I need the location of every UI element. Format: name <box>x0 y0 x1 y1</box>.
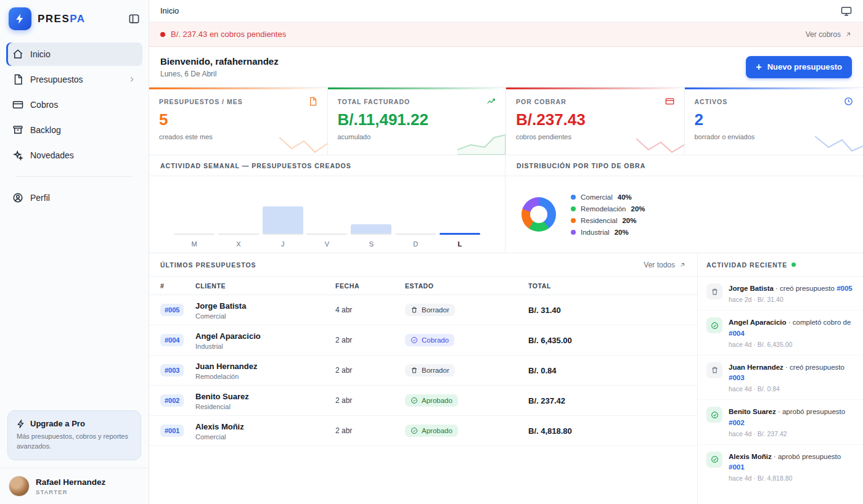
sparkline <box>815 132 863 155</box>
activity-meta: hace 4d · B/. 4,818.80 <box>729 474 854 482</box>
sidebar-item-cobros[interactable]: Cobros <box>6 93 142 116</box>
sidebar-divider <box>16 176 133 177</box>
app-root: PRESPA Inicio Presupuestos Cobros <box>0 0 863 504</box>
display-icon[interactable] <box>841 6 852 17</box>
budget-ref-link[interactable]: #003 <box>729 374 745 381</box>
avatar <box>9 476 30 497</box>
ver-cobros-label: Ver cobros <box>806 30 841 39</box>
bar-column: V <box>306 186 347 248</box>
client-type: Comercial <box>195 312 335 320</box>
table-row[interactable]: #003 Juan HernandezRemodelación 2 abr Bo… <box>149 356 697 386</box>
sidebar-item-label: Novedades <box>30 150 74 160</box>
sparkline <box>457 132 505 155</box>
budget-date: 4 abr <box>335 306 405 314</box>
col-header-total: TOTAL <box>528 282 686 290</box>
stat-label: ACTIVOS <box>695 98 728 105</box>
sidebar-item-novedades[interactable]: Novedades <box>6 144 142 167</box>
brand-logo <box>9 7 31 30</box>
draft-icon <box>706 283 722 299</box>
check-circle-icon <box>411 336 418 344</box>
weekly-activity-title: ACTIVIDAD SEMANAL — PRESUPUESTOS CREADOS <box>149 155 505 176</box>
table-header-row: # CLIENTE FECHA ESTADO TOTAL <box>149 277 697 295</box>
legend-dot-icon <box>571 230 576 235</box>
sidebar-item-perfil[interactable]: Perfil <box>6 186 142 209</box>
activity-item: Angel Aparacicio · completó cobro de #00… <box>698 311 863 356</box>
user-plan-badge: STARTER <box>36 489 105 495</box>
col-header-fecha: FECHA <box>335 282 405 290</box>
stat-value: B/.11,491.22 <box>338 110 496 129</box>
alert-dot-icon <box>160 32 165 37</box>
budget-id-badge: #004 <box>160 334 184 346</box>
sidebar: PRESPA Inicio Presupuestos Cobros <box>0 0 149 504</box>
legend-dot-icon <box>571 206 576 211</box>
chevron-right-icon <box>128 75 136 84</box>
plus-icon: + <box>756 62 761 72</box>
budget-id-badge: #005 <box>160 304 184 316</box>
topbar: Inicio <box>149 0 863 22</box>
nuevo-presupuesto-button[interactable]: + Nuevo presupuesto <box>746 56 852 78</box>
sidebar-bottom: Upgrade a Pro Más presupuestos, cobros y… <box>0 403 149 468</box>
budget-id-badge: #003 <box>160 364 184 376</box>
client-name: Alexis Moñiz <box>195 422 244 431</box>
sparkline <box>279 132 327 155</box>
col-header-estado: ESTADO <box>405 282 528 290</box>
budget-total: B/. 6,435.00 <box>528 336 686 345</box>
activity-item: Juan Hernandez · creó presupuesto #003 h… <box>698 356 863 400</box>
sidebar-item-presupuestos[interactable]: Presupuestos <box>6 68 142 91</box>
sidebar-item-backlog[interactable]: Backlog <box>6 118 142 142</box>
budget-ref-link[interactable]: #004 <box>729 330 745 337</box>
sidebar-collapse-button[interactable] <box>128 13 140 25</box>
breadcrumb: Inicio <box>160 6 179 15</box>
latest-budgets-title: ÚLTIMOS PRESUPUESTOS <box>160 261 256 269</box>
activity-item: Alexis Moñiz · aprobó presupuesto #001 h… <box>698 445 863 489</box>
table-row[interactable]: #001 Alexis MoñizComercial 2 abr Aprobad… <box>149 416 697 446</box>
table-row[interactable]: #004 Angel AparacicioIndustrial 2 abr Co… <box>149 325 697 356</box>
budget-ref-link[interactable]: #005 <box>836 285 853 292</box>
stat-value: B/.237.43 <box>516 110 674 129</box>
check-circle-icon <box>706 452 722 468</box>
home-icon <box>12 49 23 60</box>
stat-label: TOTAL FACTURADO <box>338 98 411 105</box>
ver-cobros-link[interactable]: Ver cobros <box>806 30 852 39</box>
status-badge: Cobrado <box>405 334 454 346</box>
trending-up-icon <box>486 97 496 106</box>
check-circle-icon <box>411 397 418 404</box>
recent-activity-title: ACTIVIDAD RECIENTE <box>706 261 787 269</box>
status-badge: Borrador <box>405 364 455 376</box>
client-type: Industrial <box>195 343 335 350</box>
client-type: Comercial <box>195 433 335 441</box>
budget-ref-link[interactable]: #001 <box>729 463 745 471</box>
sidebar-item-label: Perfil <box>30 193 50 203</box>
sidebar-item-inicio[interactable]: Inicio <box>6 43 142 66</box>
distribution-title: DISTRIBUCIÓN POR TIPO DE OBRA <box>505 155 863 176</box>
clock-icon <box>844 97 853 106</box>
status-badge: Aprobado <box>405 394 458 407</box>
document-icon <box>12 74 23 85</box>
user-menu[interactable]: Rafael Hernandez STARTER <box>0 468 149 504</box>
bolt-icon <box>17 420 25 428</box>
sidebar-header: PRESPA <box>0 0 149 36</box>
check-circle-icon <box>411 427 418 434</box>
budget-total: B/. 4,818.80 <box>528 426 686 436</box>
stat-card-presupuestos-mes: PRESUPUESTOS / MES 5 creados este mes <box>149 87 328 155</box>
table-row[interactable]: #002 Benito SuarezResidencial 2 abr Apro… <box>149 386 697 416</box>
stat-label: POR COBRAR <box>516 98 566 105</box>
status-badge: Borrador <box>405 304 455 316</box>
budget-date: 2 abr <box>335 396 405 405</box>
activity-meta: hace 2d · B/. 31.40 <box>729 296 853 303</box>
upgrade-pro-card[interactable]: Upgrade a Pro Más presupuestos, cobros y… <box>7 410 141 460</box>
alert-text: B/. 237.43 en cobros pendientes <box>171 30 286 39</box>
latest-budgets-panel: ÚLTIMOS PRESUPUESTOS Ver todos # CLIENTE… <box>149 253 698 504</box>
budget-total: B/. 237.42 <box>528 396 686 405</box>
welcome-bar: Bienvenido, rafahernandez Lunes, 6 De Ab… <box>149 47 863 87</box>
draft-icon <box>411 306 418 314</box>
weekly-activity-panel: ACTIVIDAD SEMANAL — PRESUPUESTOS CREADOS… <box>149 155 505 253</box>
status-badge: Aprobado <box>405 425 458 437</box>
table-row[interactable]: #005 Jorge BatistaComercial 4 abr Borrad… <box>149 295 697 325</box>
draft-icon <box>706 362 722 378</box>
pending-payments-alert: B/. 237.43 en cobros pendientes Ver cobr… <box>149 22 863 47</box>
ver-todos-link[interactable]: Ver todos <box>644 261 686 269</box>
budget-ref-link[interactable]: #002 <box>729 419 745 426</box>
draft-icon <box>411 367 418 374</box>
sidebar-item-label: Presupuestos <box>30 75 83 84</box>
